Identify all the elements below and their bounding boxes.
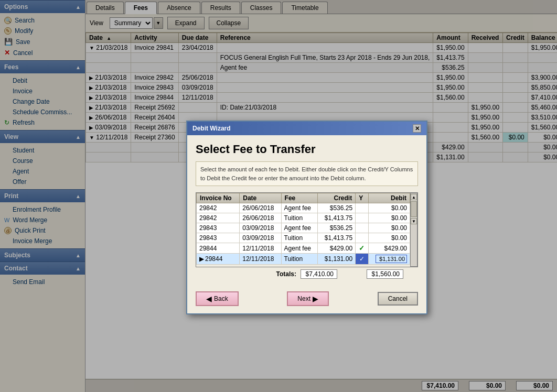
modal-col-invoice: Invoice No [197, 193, 240, 203]
modal-close-button[interactable]: ✕ [413, 124, 421, 133]
next-button[interactable]: Next ▶ [287, 291, 329, 306]
list-item[interactable]: 2984226/06/2018Agent fee $536.25 $0.00 [197, 203, 410, 213]
total-debit-value: $1,560.00 [367, 269, 403, 279]
modal-scrollbar[interactable]: ▲ ▼ [410, 193, 417, 267]
scroll-down-arrow[interactable]: ▼ [411, 218, 417, 224]
scroll-thumb[interactable] [411, 201, 417, 217]
totals-label: Totals: [276, 270, 296, 278]
list-item[interactable]: 2984226/06/2018Tuition $1,413.75 $0.00 [197, 213, 410, 223]
back-arrow-icon: ◀ [206, 295, 212, 303]
modal-description: Select the amount of each fee to Debit. … [196, 161, 418, 186]
list-item[interactable]: 2984303/09/2018Agent fee $536.25 $0.00 [197, 223, 410, 233]
modal-col-debit: Debit [368, 193, 410, 203]
modal-table: Invoice No Date Fee Credit Y Debit 29842… [196, 193, 410, 265]
check-icon: ✓ [359, 244, 365, 252]
check-blue-icon: ✓ [359, 255, 365, 263]
cancel-button[interactable]: Cancel [378, 292, 418, 306]
debit-input[interactable] [376, 255, 407, 263]
modal-col-fee: Fee [281, 193, 318, 203]
modal-header: Debit Wizard ✕ [187, 122, 426, 135]
modal-heading: Select Fee to Transfer [196, 143, 418, 156]
modal-col-credit: Credit [318, 193, 356, 203]
debit-wizard-modal: Debit Wizard ✕ Select Fee to Transfer Se… [186, 121, 427, 314]
scroll-up-arrow[interactable]: ▲ [411, 194, 417, 200]
modal-buttons: ◀ Back Next ▶ Cancel [187, 286, 426, 313]
modal-col-date: Date [240, 193, 281, 203]
modal-body: Select Fee to Transfer Select the amount… [187, 135, 426, 286]
list-item[interactable]: 2984303/09/2018Tuition $1,413.75 $0.00 [197, 233, 410, 243]
next-arrow-icon: ▶ [313, 295, 318, 303]
total-credit-value: $7,410.00 [301, 269, 337, 279]
modal-table-wrapper: Invoice No Date Fee Credit Y Debit 29842… [196, 192, 418, 267]
modal-totals: Totals: $7,410.00 $1,560.00 [196, 267, 418, 281]
modal-table-scroll: Invoice No Date Fee Credit Y Debit 29842… [196, 193, 410, 267]
modal-col-y: Y [356, 193, 369, 203]
list-item[interactable]: 2984412/11/2018Agent fee $429.00 ✓ $429.… [197, 243, 410, 254]
modal-title-label: Debit Wizard [192, 125, 231, 132]
back-button[interactable]: ◀ Back [196, 291, 239, 306]
list-item[interactable]: ▶2984412/11/2018Tuition $1,131.00 ✓ [197, 254, 410, 265]
